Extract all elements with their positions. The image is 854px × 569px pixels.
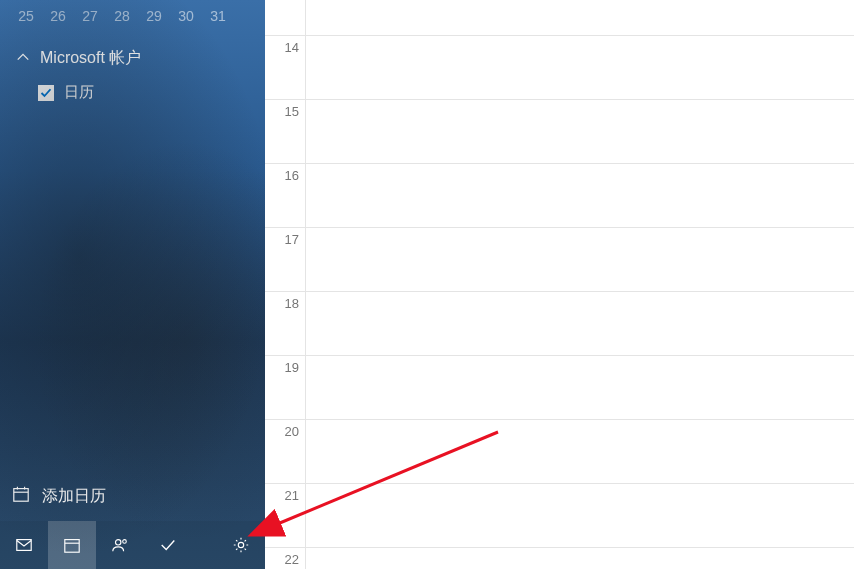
hour-label: 22 xyxy=(265,548,306,569)
hour-cell[interactable] xyxy=(306,420,854,483)
bottom-nav xyxy=(0,521,265,569)
add-calendar-label: 添加日历 xyxy=(42,486,106,507)
account-header[interactable]: Microsoft 帐户 xyxy=(16,48,249,69)
hour-cell[interactable] xyxy=(306,0,854,35)
hour-row[interactable]: 14 xyxy=(265,36,854,100)
sidebar-spacer xyxy=(0,114,265,471)
hour-label: 15 xyxy=(265,100,306,163)
hour-label: 17 xyxy=(265,228,306,291)
hour-row[interactable]: 19 xyxy=(265,356,854,420)
sidebar: 25 26 27 28 29 30 31 Microsoft 帐户 日历 添加日… xyxy=(0,0,265,569)
account-section: Microsoft 帐户 日历 xyxy=(0,36,265,114)
svg-rect-0 xyxy=(14,489,28,502)
calendar-grid: 14 15 16 17 18 19 20 21 22 xyxy=(265,0,854,569)
hour-row[interactable]: 21 xyxy=(265,484,854,548)
hour-row[interactable]: 16 xyxy=(265,164,854,228)
chevron-up-icon xyxy=(16,50,30,68)
hour-row[interactable]: 22 xyxy=(265,548,854,569)
hour-cell[interactable] xyxy=(306,548,854,569)
mail-button[interactable] xyxy=(0,521,48,569)
calendar-checkbox[interactable] xyxy=(38,85,54,101)
hour-row[interactable]: 18 xyxy=(265,292,854,356)
svg-rect-5 xyxy=(65,540,79,553)
hour-row[interactable]: 17 xyxy=(265,228,854,292)
calendar-button[interactable] xyxy=(48,521,96,569)
mini-cal-day[interactable]: 28 xyxy=(108,8,136,24)
mini-cal-day[interactable]: 29 xyxy=(140,8,168,24)
hour-label: 14 xyxy=(265,36,306,99)
mini-cal-day[interactable]: 31 xyxy=(204,8,232,24)
svg-point-12 xyxy=(116,540,121,545)
mini-cal-day[interactable]: 25 xyxy=(12,8,40,24)
checkmark-icon xyxy=(159,536,177,554)
calendar-list-item[interactable]: 日历 xyxy=(16,69,249,102)
calendar-icon xyxy=(63,536,81,554)
hour-label: 21 xyxy=(265,484,306,547)
add-calendar-button[interactable]: 添加日历 xyxy=(0,471,265,521)
calendar-add-icon xyxy=(12,485,30,507)
mini-calendar-row: 25 26 27 28 29 30 31 xyxy=(0,0,265,36)
settings-button[interactable] xyxy=(217,521,265,569)
mini-cal-day[interactable]: 26 xyxy=(44,8,72,24)
hour-label: 18 xyxy=(265,292,306,355)
hour-label: 16 xyxy=(265,164,306,227)
mail-icon xyxy=(15,536,33,554)
hour-row[interactable]: 15 xyxy=(265,100,854,164)
hour-cell[interactable] xyxy=(306,292,854,355)
mini-cal-day[interactable]: 30 xyxy=(172,8,200,24)
hour-cell[interactable] xyxy=(306,164,854,227)
hour-row[interactable] xyxy=(265,0,854,36)
hour-label xyxy=(265,0,306,35)
gear-icon xyxy=(232,536,250,554)
hour-cell[interactable] xyxy=(306,100,854,163)
people-icon xyxy=(111,536,129,554)
hour-row[interactable]: 20 xyxy=(265,420,854,484)
mini-cal-day[interactable]: 27 xyxy=(76,8,104,24)
hour-cell[interactable] xyxy=(306,356,854,419)
hour-cell[interactable] xyxy=(306,36,854,99)
svg-point-14 xyxy=(238,542,243,547)
svg-point-13 xyxy=(123,540,127,544)
hour-label: 19 xyxy=(265,356,306,419)
svg-rect-4 xyxy=(17,540,31,551)
hour-cell[interactable] xyxy=(306,228,854,291)
people-button[interactable] xyxy=(96,521,144,569)
todo-button[interactable] xyxy=(144,521,192,569)
hour-label: 20 xyxy=(265,420,306,483)
calendar-label: 日历 xyxy=(64,83,94,102)
account-title: Microsoft 帐户 xyxy=(40,48,141,69)
hour-cell[interactable] xyxy=(306,484,854,547)
